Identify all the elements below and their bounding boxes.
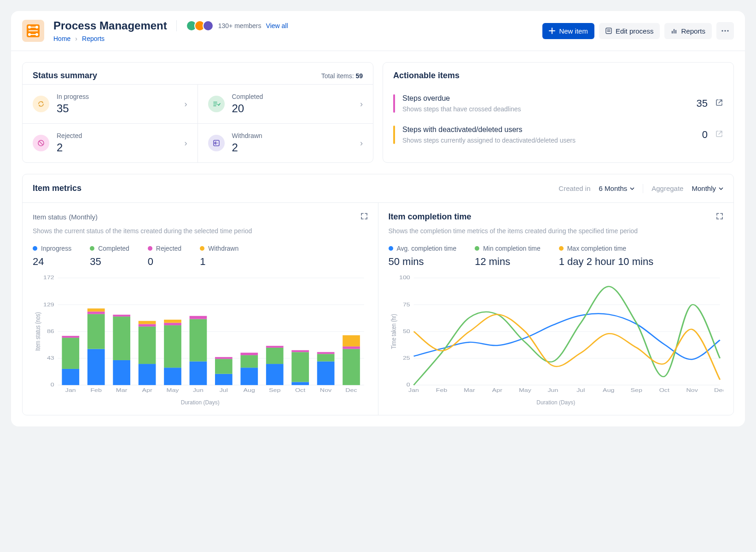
status-label: Completed	[232, 93, 353, 100]
status-rejected[interactable]: Rejected 2 ›	[23, 123, 198, 162]
legend-label: Inprogress	[41, 245, 71, 252]
svg-rect-50	[240, 353, 258, 355]
action-desc: Shows steps currently assigned to deacti…	[402, 137, 695, 144]
svg-text:Jun: Jun	[547, 387, 558, 393]
members-count: 130+ members	[218, 22, 262, 29]
svg-text:50: 50	[402, 328, 410, 334]
action-count: 35	[697, 98, 708, 109]
actionable-title: Actionable items	[393, 71, 459, 80]
svg-rect-49	[240, 355, 258, 368]
svg-text:Dec: Dec	[345, 387, 357, 393]
more-icon	[721, 30, 729, 32]
svg-text:172: 172	[43, 275, 54, 281]
chevron-right-icon: ›	[360, 138, 363, 148]
svg-rect-53	[266, 348, 284, 364]
svg-rect-18	[62, 338, 79, 369]
legend-dot	[33, 246, 37, 251]
breadcrumb-home[interactable]: Home	[53, 35, 70, 42]
summary-row: Status summary Total items: 59 In progre…	[11, 51, 745, 174]
external-link-icon[interactable]	[715, 98, 723, 109]
rejected-icon	[33, 135, 49, 151]
bar-chart: 04386129172Item status (nos)JanFebMarApr…	[33, 275, 368, 398]
chevron-right-icon: ›	[185, 99, 187, 109]
chart-desc: Shows the current status of the items cr…	[33, 227, 368, 235]
svg-rect-42	[190, 316, 207, 319]
legend-value: 35	[90, 256, 129, 268]
svg-text:Sep: Sep	[269, 387, 280, 393]
legend-label: Min completion time	[483, 245, 541, 252]
svg-rect-17	[62, 369, 79, 385]
svg-text:Nov: Nov	[686, 387, 698, 393]
avatar	[203, 20, 214, 31]
total-items-label: Total items:	[321, 72, 354, 80]
svg-text:Time taken (hr): Time taken (hr)	[390, 314, 397, 349]
svg-text:75: 75	[402, 301, 410, 307]
svg-text:Aug: Aug	[244, 387, 255, 393]
legend-dot	[90, 246, 94, 251]
svg-rect-35	[164, 368, 181, 385]
svg-text:25: 25	[402, 355, 410, 361]
svg-point-2	[724, 30, 726, 31]
action-title: Steps overdue	[402, 94, 689, 103]
legend-label: Rejected	[156, 245, 181, 252]
new-item-button[interactable]: New item	[542, 23, 594, 39]
title-block: Process Management 130+ members View all…	[53, 19, 288, 42]
action-deactivated-users[interactable]: Steps with deactivated/deleted users Sho…	[383, 119, 733, 150]
breadcrumb-reports[interactable]: Reports	[82, 35, 105, 42]
svg-rect-56	[291, 382, 309, 385]
avatar-stack	[186, 20, 214, 31]
refresh-icon	[33, 96, 49, 112]
created-in-value: 6 Months	[599, 184, 628, 192]
actionable-items-card: Actionable items Steps overdue Shows ste…	[383, 62, 734, 163]
status-label: Rejected	[57, 132, 177, 139]
legend-dot	[559, 246, 564, 251]
view-all-link[interactable]: View all	[266, 22, 288, 29]
svg-text:43: 43	[47, 355, 54, 361]
legend-value: 1 day 2 hour 10 mins	[559, 256, 653, 268]
svg-rect-31	[139, 327, 156, 364]
created-in-dropdown[interactable]: 6 Months	[599, 184, 635, 192]
svg-rect-58	[291, 350, 309, 352]
aggregate-label: Aggregate	[651, 184, 683, 192]
edit-icon	[605, 28, 612, 34]
status-completed[interactable]: Completed 20 ›	[198, 84, 373, 123]
action-steps-overdue[interactable]: Steps overdue Shows steps that have cros…	[383, 88, 733, 119]
svg-text:0: 0	[51, 382, 54, 388]
svg-rect-36	[164, 325, 181, 368]
divider	[176, 20, 177, 31]
legend-value: 50 mins	[389, 256, 457, 268]
svg-rect-61	[317, 354, 335, 361]
status-withdrawn[interactable]: Withdrawn 2 ›	[198, 123, 373, 162]
aggregate-dropdown[interactable]: Monthly	[692, 184, 723, 192]
chevron-down-icon	[630, 187, 634, 190]
svg-rect-65	[343, 346, 360, 349]
svg-rect-38	[164, 320, 181, 323]
reports-button[interactable]: Reports	[664, 23, 712, 39]
svg-text:Jun: Jun	[193, 387, 204, 393]
svg-point-3	[727, 30, 728, 31]
svg-rect-46	[215, 357, 233, 359]
svg-rect-62	[317, 352, 335, 354]
expand-icon[interactable]	[716, 213, 723, 222]
legend-value: 0	[148, 256, 181, 268]
status-in-progress[interactable]: In progress 35 ›	[23, 84, 198, 123]
svg-rect-26	[113, 360, 130, 385]
more-menu-button[interactable]	[716, 22, 734, 40]
svg-text:Dec: Dec	[714, 387, 723, 393]
legend-dot	[389, 246, 393, 251]
accent-bar	[393, 126, 395, 144]
svg-rect-30	[139, 364, 156, 385]
svg-text:Apr: Apr	[492, 387, 502, 393]
svg-rect-21	[87, 349, 105, 385]
item-status-title: Item status (Monthly)	[33, 212, 98, 222]
chevron-right-icon: ›	[360, 99, 363, 109]
svg-point-1	[721, 30, 723, 31]
divider	[643, 184, 643, 193]
header-actions: New item Edit process Reports	[542, 22, 734, 40]
svg-text:Nov: Nov	[320, 387, 332, 393]
svg-text:May: May	[167, 387, 180, 393]
edit-process-button[interactable]: Edit process	[599, 23, 660, 39]
legend-label: Max completion time	[567, 245, 626, 252]
chevron-right-icon: ›	[75, 35, 77, 42]
expand-icon[interactable]	[361, 213, 368, 222]
